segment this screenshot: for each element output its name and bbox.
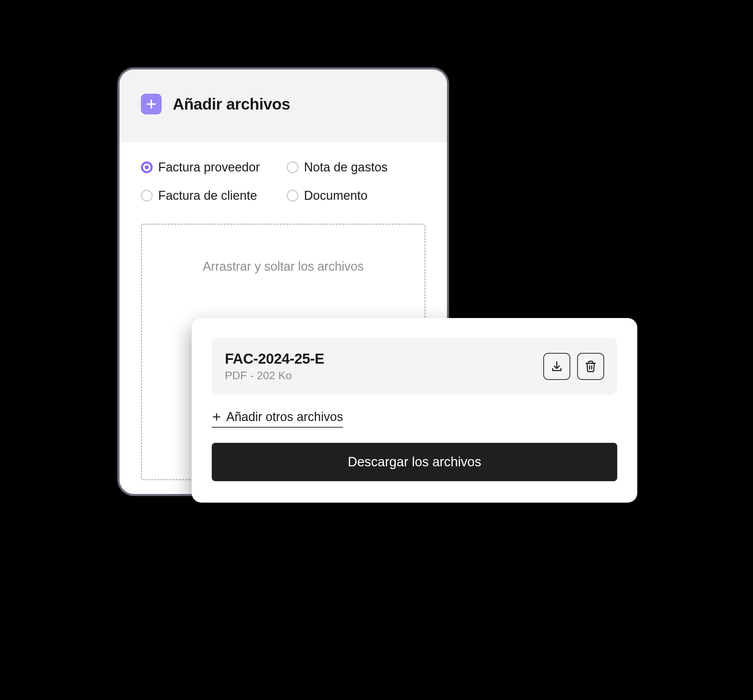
panel-header: Añadir archivos [120, 69, 447, 142]
panel-title: Añadir archivos [173, 95, 290, 113]
file-meta: PDF - 202 Ko [225, 369, 536, 382]
radio-icon [287, 161, 298, 173]
option-factura-proveedor[interactable]: Factura proveedor [141, 160, 280, 175]
option-nota-de-gastos[interactable]: Nota de gastos [287, 160, 426, 175]
dropzone-text: Arrastrar y soltar los archivos [203, 259, 364, 274]
delete-file-button[interactable] [577, 353, 604, 380]
download-file-button[interactable] [543, 353, 570, 380]
radio-icon [287, 190, 298, 202]
radio-label: Documento [304, 188, 368, 203]
add-more-files-link[interactable]: Añadir otros archivos [212, 409, 343, 428]
radio-label: Factura proveedor [158, 160, 260, 175]
download-all-button[interactable]: Descargar los archivos [212, 443, 617, 481]
plus-icon [141, 94, 162, 114]
file-type-options: Factura proveedor Nota de gastos Factura… [141, 160, 426, 203]
file-info: FAC-2024-25-E PDF - 202 Ko [225, 350, 536, 382]
file-row: FAC-2024-25-E PDF - 202 Ko [212, 338, 617, 394]
radio-icon [141, 190, 153, 202]
download-all-label: Descargar los archivos [348, 455, 481, 469]
radio-label: Factura de cliente [158, 188, 257, 203]
trash-icon [585, 360, 597, 373]
radio-icon [141, 161, 153, 173]
download-icon [550, 360, 563, 373]
option-documento[interactable]: Documento [287, 188, 426, 203]
file-name: FAC-2024-25-E [225, 350, 536, 367]
add-more-label: Añadir otros archivos [226, 409, 343, 424]
file-actions-panel: FAC-2024-25-E PDF - 202 Ko [192, 318, 637, 503]
option-factura-de-cliente[interactable]: Factura de cliente [141, 188, 280, 203]
plus-icon [212, 412, 221, 422]
radio-label: Nota de gastos [304, 160, 388, 175]
